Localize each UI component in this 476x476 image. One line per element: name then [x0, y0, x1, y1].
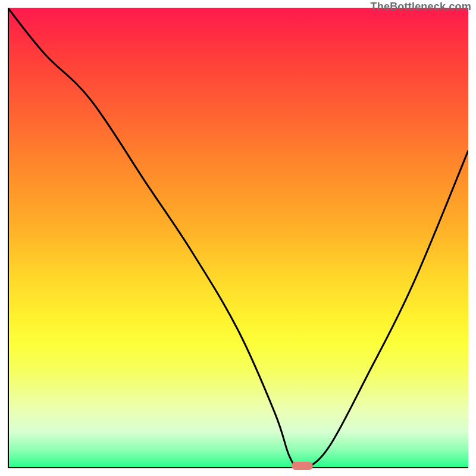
- optimal-point-marker: [292, 462, 313, 470]
- watermark-text: TheBottleneck.com: [371, 1, 471, 13]
- chart-frame: TheBottleneck.com: [0, 0, 476, 476]
- plot-background-gradient: [8, 8, 468, 468]
